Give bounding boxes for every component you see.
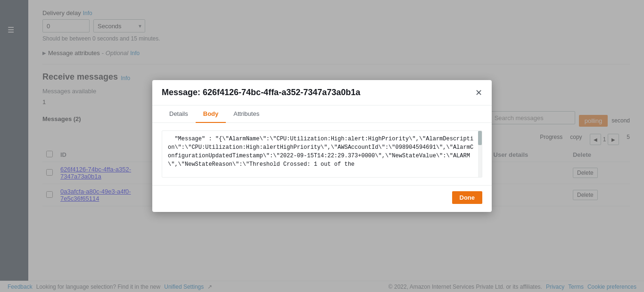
modal-body: "Message" : "{\"AlarmName\":\"CPU:Utiliz… <box>152 123 492 185</box>
message-modal: Message: 626f4126-74bc-4ffa-a352-7347a73… <box>152 80 492 212</box>
scrollbar-track <box>478 131 482 177</box>
tab-body[interactable]: Body <box>196 105 226 123</box>
scrollbar-thumb[interactable] <box>478 131 482 145</box>
tab-details-label: Details <box>169 110 188 117</box>
modal-title: Message: 626f4126-74bc-4ffa-a352-7347a73… <box>162 88 360 97</box>
tab-details[interactable]: Details <box>162 105 196 123</box>
tab-attributes-label: Attributes <box>233 110 259 117</box>
modal-close-button[interactable]: ✕ <box>475 89 482 97</box>
tab-attributes[interactable]: Attributes <box>226 105 267 123</box>
modal-content-area: "Message" : "{\"AlarmName\":\"CPU:Utiliz… <box>162 130 482 178</box>
modal-body-text: "Message" : "{\"AlarmName\":\"CPU:Utiliz… <box>168 135 476 169</box>
tab-body-label: Body <box>203 110 219 117</box>
modal-tabs: Details Body Attributes <box>152 105 492 123</box>
modal-footer: Done <box>152 185 492 210</box>
done-button[interactable]: Done <box>452 191 483 204</box>
modal-overlay: Message: 626f4126-74bc-4ffa-a352-7347a73… <box>0 0 644 292</box>
modal-header: Message: 626f4126-74bc-4ffa-a352-7347a73… <box>152 80 492 105</box>
